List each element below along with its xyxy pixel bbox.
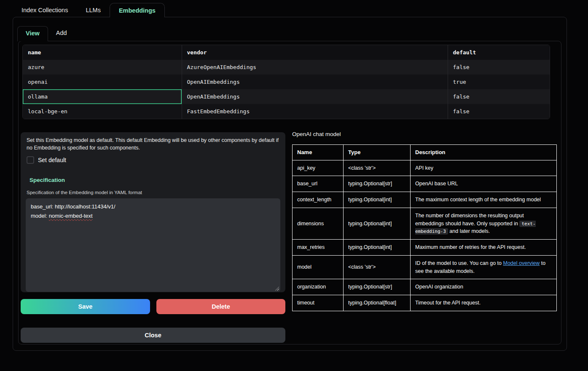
table-row-openai[interactable]: openai OpenAIEmbeddings true [23,75,550,89]
doc-cell-type: typing.Optional[str] [344,279,411,295]
doc-row-api-key: api_key <class 'str'> API key [293,160,557,176]
set-default-row: Set default [27,155,279,165]
cell-default: false [448,60,550,75]
doc-cell-type: typing.Optional[int] [344,240,411,256]
cell-name: local-bge-en [23,104,182,119]
doc-cell-type: typing.Optional[str] [344,176,411,192]
cell-vendor: AzureOpenAIEmbeddings [182,60,448,75]
embeddings-table: name vendor default azure AzureOpenAIEmb… [22,45,550,119]
doc-row-base-url: base_url typing.Optional[str] OpenAI bas… [293,176,557,192]
tab-llms[interactable]: LLMs [77,3,109,17]
cell-default: false [448,104,550,119]
cell-vendor: OpenAIEmbeddings [182,75,448,89]
set-default-checkbox[interactable] [27,156,34,164]
doc-cell-name: dimensions [293,208,344,239]
model-overview-link[interactable]: Model overview [503,260,540,266]
tab-view[interactable]: View [17,26,48,41]
view-tab-panel: name vendor default azure AzureOpenAIEmb… [18,41,561,344]
yaml-line-2: model: nomic-embed-text [31,211,275,221]
embeddings-tab-panel: View Add name vendor default azure Azure… [13,17,567,351]
doc-cell-description: Maximum number of retries for the API re… [411,240,557,256]
cell-name: openai [23,75,182,89]
doc-cell-description: OpenAI organization [411,279,557,295]
sub-tab-bar: View Add [17,26,75,41]
doc-cell-type: typing.Optional[int] [344,192,411,208]
cell-vendor: OpenAIEmbeddings [182,89,448,104]
doc-cell-name: organization [293,279,344,295]
doc-cell-name: model [293,255,344,279]
table-row-local-bge-en[interactable]: local-bge-en FastEmbedEmbeddings false [23,104,550,119]
tab-add[interactable]: Add [48,26,75,41]
doc-cell-type: typing.Optional[int] [344,208,411,239]
doc-col-name: Name [293,145,344,160]
doc-table: Name Type Description api_key <class 'st… [292,144,558,311]
default-description: Set this Embedding model as default. Thi… [27,136,279,152]
doc-row-model: model <class 'str'> ID of the model to u… [293,255,557,279]
save-button[interactable]: Save [21,299,150,314]
doc-cell-description: The number of dimensions the resulting o… [411,208,557,239]
doc-row-context-length: context_length typing.Optional[int] The … [293,192,557,208]
doc-cell-type: <class 'str'> [344,160,411,176]
col-header-vendor: vendor [182,45,448,60]
doc-cell-name: base_url [293,176,344,192]
embedding-detail-card: Set this Embedding model as default. Thi… [21,132,285,292]
doc-cell-description: API key [411,160,557,176]
doc-cell-description: Timeout for the API request. [411,295,557,311]
doc-cell-description: The maximum context length of the embedd… [411,192,557,208]
doc-cell-name: max_retries [293,240,344,256]
doc-cell-description: OpenAI base URL [411,176,557,192]
doc-cell-name: context_length [293,192,344,208]
cell-vendor: FastEmbedEmbeddings [182,104,448,119]
doc-cell-description: ID of the model to use. You can go to Mo… [411,255,557,279]
doc-row-max-retries: max_retries typing.Optional[int] Maximum… [293,240,557,256]
doc-row-organization: organization typing.Optional[str] OpenAI… [293,279,557,295]
doc-col-type: Type [344,145,411,160]
doc-col-description: Description [411,145,557,160]
yaml-spec-editor[interactable]: base_url: http://localhost:11434/v1/ mod… [26,198,280,292]
col-header-default: default [448,45,550,60]
tab-index-collections[interactable]: Index Collections [13,3,77,17]
delete-button[interactable]: Delete [156,299,285,314]
top-tab-bar: Index Collections LLMs Embeddings [13,3,165,17]
cell-default: false [448,89,550,104]
doc-table-header: Name Type Description [293,145,557,160]
doc-cell-type: <class 'str'> [344,255,411,279]
doc-cell-type: typing.Optional[float] [344,295,411,311]
doc-cell-name: timeout [293,295,344,311]
cell-name: azure [23,60,182,75]
doc-row-timeout: timeout typing.Optional[float] Timeout f… [293,295,557,311]
specification-heading: Specification [30,177,279,183]
misspelled-word: nomic-embed-text [49,213,93,219]
specification-caption: Specification of the Embedding model in … [27,190,279,195]
table-row-azure[interactable]: azure AzureOpenAIEmbeddings false [23,60,550,75]
set-default-label: Set default [38,157,66,163]
cell-name-selected: ollama [23,89,182,104]
table-row-ollama[interactable]: ollama OpenAIEmbeddings false [23,89,550,104]
close-button[interactable]: Close [21,328,285,343]
doc-row-dimensions: dimensions typing.Optional[int] The numb… [293,208,557,239]
yaml-line-1: base_url: http://localhost:11434/v1/ [31,202,275,211]
tab-embeddings[interactable]: Embeddings [110,3,165,17]
embeddings-table-header: name vendor default [23,45,550,60]
resize-handle-icon[interactable] [274,286,279,291]
doc-panel-title: OpenAI chat model [292,131,341,137]
col-header-name: name [23,45,182,60]
cell-default: true [448,75,550,89]
doc-cell-name: api_key [293,160,344,176]
